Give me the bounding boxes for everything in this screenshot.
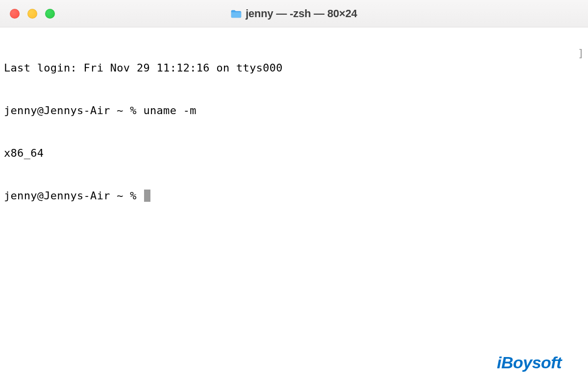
last-login-line: Last login: Fri Nov 29 11:12:16 on ttys0… — [4, 61, 584, 75]
scrollbar-indicator-icon: ] — [578, 47, 584, 59]
window-title: jenny — -zsh — 80×24 — [245, 7, 357, 20]
command-line-1: jenny@Jennys-Air ~ % uname -m — [4, 103, 584, 118]
cursor-icon — [144, 190, 150, 202]
window-titlebar: jenny — -zsh — 80×24 — [0, 0, 588, 27]
prompt-text: jenny@Jennys-Air ~ % — [4, 189, 143, 203]
window-controls — [10, 9, 55, 19]
minimize-button[interactable] — [27, 9, 37, 19]
title-center: jenny — -zsh — 80×24 — [231, 7, 357, 20]
output-line-1: x86_64 — [4, 146, 584, 160]
current-prompt-line[interactable]: jenny@Jennys-Air ~ % — [4, 189, 584, 203]
maximize-button[interactable] — [45, 9, 55, 19]
watermark-logo: iBoysoft — [497, 353, 562, 372]
terminal-output[interactable]: Last login: Fri Nov 29 11:12:16 on ttys0… — [0, 27, 588, 217]
folder-icon — [231, 9, 242, 18]
close-button[interactable] — [10, 9, 20, 19]
